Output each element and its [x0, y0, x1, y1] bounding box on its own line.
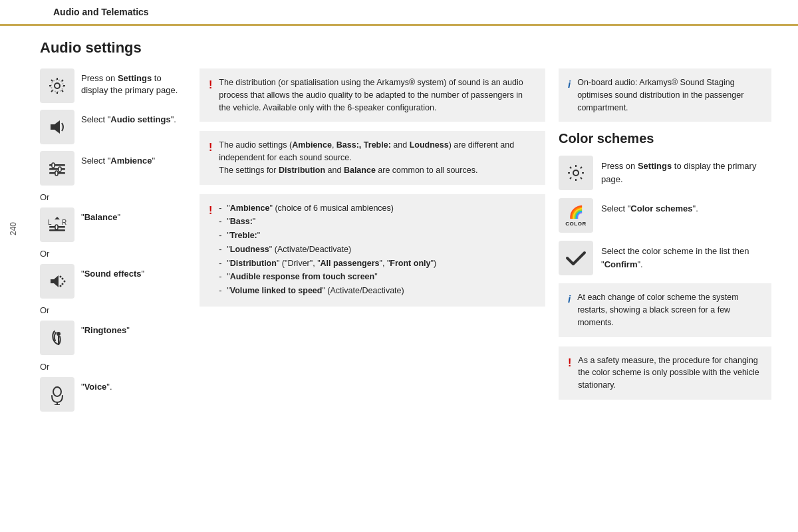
- list-item-distribution: "Distribution" ("Driver", "All passenger…: [219, 257, 436, 270]
- alert-icon-1: !: [209, 77, 212, 93]
- alert-settings-list-content: "Ambience" (choice of 6 musical ambience…: [219, 202, 436, 299]
- safety-alert-text: As a safety measure, the procedure for c…: [578, 354, 762, 392]
- right-column: i On-board audio: Arkamys® Sound Staging…: [559, 68, 771, 409]
- sound-effects-icon-box: [40, 264, 74, 299]
- speaker-icon: [47, 116, 68, 138]
- cs-confirm-label: Select the color scheme in the list then…: [601, 241, 771, 271]
- balance-label: "Balance": [81, 207, 120, 223]
- svg-marker-15: [51, 275, 59, 287]
- svg-text:L: L: [48, 219, 52, 226]
- svg-text:R: R: [62, 219, 66, 226]
- cs-color-label: Select "Color schemes".: [601, 198, 698, 215]
- voice-label: "Voice".: [81, 377, 112, 393]
- cs-gear-icon-box: [559, 156, 593, 190]
- svg-point-21: [57, 332, 61, 336]
- top-bar-title: Audio and Telematics: [53, 7, 149, 17]
- list-item-treble: "Treble:": [219, 229, 436, 242]
- balance-icon-box: L R: [40, 207, 74, 242]
- ringtones-row: "Ringtones": [40, 321, 186, 355]
- alert-audio-settings-text: The audio settings (Ambience, Bass:, Tre…: [219, 139, 536, 176]
- settings-press-label: Press on Settings to display the primary…: [81, 68, 186, 96]
- ringtones-icon-box: [40, 321, 74, 355]
- equalizer-icon-box: [40, 151, 74, 186]
- list-item-loudness: "Loudness" (Activate/Deactivate): [219, 243, 436, 256]
- check-icon-box: [559, 241, 593, 275]
- safety-alert-box: ! As a safety measure, the procedure for…: [559, 346, 771, 400]
- gear-icon-box: [40, 68, 74, 103]
- alert-spatialisation: ! The distribution (or spatialisation us…: [200, 68, 545, 122]
- info-icon-black-screen: i: [568, 292, 571, 307]
- voice-row: "Voice".: [40, 377, 186, 412]
- top-bar: Audio and Telematics: [0, 0, 798, 26]
- gear-icon: [47, 75, 68, 96]
- sound-effects-icon: [47, 271, 68, 292]
- black-screen-info-text: At each change of color scheme the syste…: [577, 291, 762, 329]
- sound-effects-row: "Sound effects": [40, 264, 186, 299]
- color-schemes-title: Color schemes: [559, 131, 771, 146]
- voice-icon: [47, 384, 68, 405]
- svg-point-23: [53, 387, 61, 396]
- list-item-bass: "Bass:": [219, 215, 436, 228]
- main-content: Audio settings Press on Settings to disp…: [27, 26, 798, 432]
- alert-audio-settings: ! The audio settings (Ambience, Bass:, T…: [200, 131, 545, 184]
- svg-marker-14: [55, 217, 60, 219]
- info-icon-arkamys: i: [568, 77, 571, 92]
- ringtones-label: "Ringtones": [81, 321, 130, 336]
- svg-point-0: [55, 83, 60, 88]
- settings-press-row: Press on Settings to display the primary…: [40, 68, 186, 103]
- svg-point-26: [573, 170, 579, 176]
- svg-point-1: [51, 80, 63, 92]
- voice-icon-box: [40, 377, 74, 412]
- columns-layout: Press on Settings to display the primary…: [40, 68, 771, 418]
- svg-rect-8: [55, 171, 58, 176]
- color-arc-icon: 🌈: [569, 205, 583, 219]
- page-number: 240: [0, 26, 27, 432]
- list-item-audible: "Audible response from touch screen": [219, 271, 436, 283]
- balance-row: L R "Balance": [40, 207, 186, 242]
- sound-effects-label: "Sound effects": [81, 264, 144, 280]
- alert-icon-safety: !: [568, 355, 571, 371]
- svg-point-20: [60, 276, 62, 278]
- svg-rect-7: [59, 167, 61, 172]
- ambience-label: Select "Ambience": [81, 151, 155, 167]
- alert-spatialisation-text: The distribution (or spatialisation usin…: [219, 76, 536, 114]
- arkamys-info-box: i On-board audio: Arkamys® Sound Staging…: [559, 68, 771, 122]
- or-4: Or: [40, 362, 186, 372]
- svg-point-19: [60, 285, 62, 287]
- svg-point-18: [62, 283, 64, 285]
- svg-rect-6: [52, 163, 55, 168]
- ambience-row: Select "Ambience": [40, 151, 186, 186]
- svg-rect-4: [49, 168, 65, 170]
- or-3: Or: [40, 305, 186, 315]
- cs-settings-label: Press on Settings to display the primary…: [601, 156, 771, 186]
- svg-rect-13: [55, 225, 58, 229]
- or-1: Or: [40, 192, 186, 202]
- color-text-label: COLOR: [565, 221, 586, 227]
- alert-icon-2: !: [209, 140, 212, 156]
- cs-confirm-row: Select the color scheme in the list then…: [559, 241, 771, 275]
- list-item-volume: "Volume linked to speed" (Activate/Deact…: [219, 285, 436, 297]
- list-item-ambience: "Ambience" (choice of 6 musical ambience…: [219, 202, 436, 215]
- svg-marker-2: [51, 120, 60, 134]
- alert-icon-3: !: [209, 203, 212, 219]
- color-icon-box: 🌈 COLOR: [559, 198, 593, 233]
- black-screen-info-box: i At each change of color scheme the sys…: [559, 283, 771, 336]
- check-icon: [564, 246, 588, 270]
- equalizer-icon: [47, 158, 68, 179]
- left-column: Press on Settings to display the primary…: [40, 68, 186, 418]
- alert-settings-list: ! "Ambience" (choice of 6 musical ambien…: [200, 194, 545, 307]
- svg-point-16: [62, 278, 64, 280]
- audio-settings-row: Select "Audio settings".: [40, 110, 186, 144]
- speaker-icon-box: [40, 110, 74, 144]
- section-title: Audio settings: [40, 39, 771, 57]
- middle-column: ! The distribution (or spatialisation us…: [200, 68, 545, 316]
- or-2: Or: [40, 249, 186, 259]
- audio-settings-label: Select "Audio settings".: [81, 110, 176, 126]
- cs-gear-icon: [565, 162, 587, 184]
- cs-color-row: 🌈 COLOR Select "Color schemes".: [559, 198, 771, 233]
- balance-icon: L R: [47, 214, 68, 235]
- ringtones-icon: [47, 327, 68, 348]
- svg-point-17: [64, 281, 66, 283]
- arkamys-info-text: On-board audio: Arkamys® Sound Staging o…: [577, 76, 762, 114]
- cs-settings-row: Press on Settings to display the primary…: [559, 156, 771, 190]
